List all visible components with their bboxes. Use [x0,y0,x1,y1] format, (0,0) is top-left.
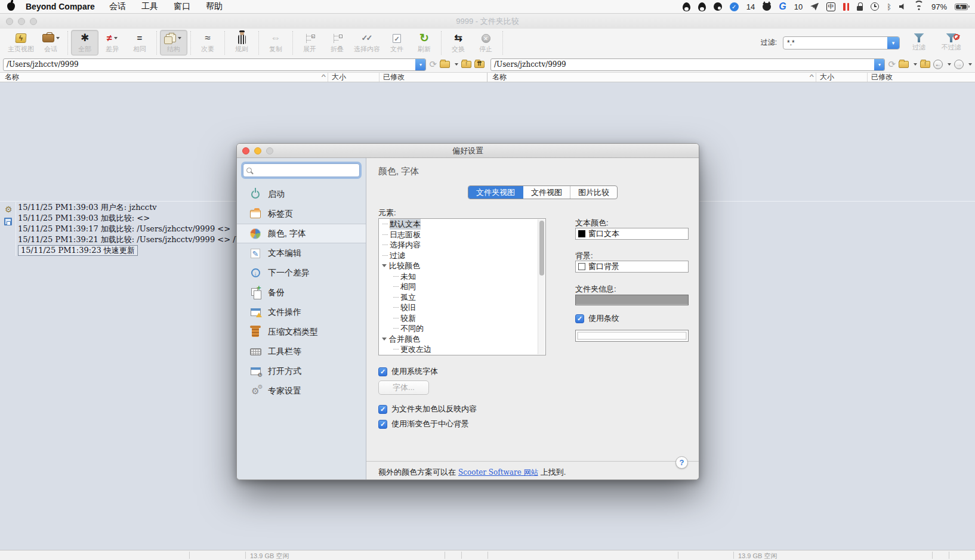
select-content-button[interactable]: ✓✓ 选择内容 [351,30,383,55]
tree-scrollbar[interactable] [538,219,545,354]
sidebar-item-next-difference[interactable]: ↓ 下一个差异 [237,263,366,283]
log-line-selected[interactable]: 15/11/25 PM1:39:23 快速更新 [18,245,138,256]
help-button[interactable]: ? [675,456,688,469]
left-name-column-header[interactable]: 名称 ^ [0,73,328,82]
dropdown-caret-icon[interactable] [914,63,917,66]
refresh-button[interactable]: ↻ 刷新 [411,30,438,55]
tree-item: 孤立 [379,292,545,303]
pause-icon[interactable] [843,3,849,11]
right-name-column-header[interactable]: 名称 ^ [488,73,816,82]
collapse-button[interactable]: - 折叠 [323,30,351,55]
text-color-field[interactable]: 窗口文本 [575,228,689,240]
menu-session[interactable]: 会话 [109,1,126,12]
elements-tree[interactable]: 默认文本 日志面板 选择内容 过滤 比较颜色 未知 相同 孤立 较旧 较新 不同… [378,218,546,355]
search-input[interactable] [254,165,359,176]
right-size-column-header[interactable]: 大小 [816,73,868,82]
left-size-column-header[interactable]: 大小 [328,73,379,82]
expanded-caret-icon [382,338,387,341]
sidebar-item-text-edit[interactable]: ✎ 文本编辑 [237,243,366,263]
clear-filter-button[interactable]: 不过滤 [938,33,964,52]
recompare-icon[interactable]: ⟳ [429,59,437,70]
swap-button[interactable]: ⇆ 交换 [445,30,472,55]
stop-button[interactable]: ✕ 停止 [472,30,499,55]
menu-tools[interactable]: 工具 [141,1,158,12]
sidebar-item-expert[interactable]: ⚙ 专家设置 [237,381,366,401]
update-check-icon[interactable]: ✓ [730,2,739,11]
qq-icon[interactable] [698,2,706,11]
rules-button[interactable]: 规则 [228,30,255,55]
apple-menu-icon[interactable] [7,2,15,11]
show-all-button[interactable]: ✱ 全部 [71,30,98,55]
scooter-software-link[interactable]: Scooter Software 网站 [458,468,538,477]
filter-combobox[interactable]: *.* ▾ [783,36,900,49]
folder-info-label: 文件夹信息: [575,284,616,295]
home-view-button[interactable]: ϟ 主页视图 [5,30,37,55]
left-path-input[interactable]: /Users/jzhcctv/9999 ▾ [3,58,426,71]
use-system-font-checkbox[interactable] [378,367,387,376]
sidebar-item-tabs[interactable]: 标签页 [237,204,366,224]
right-path-input[interactable]: /Users/jzhcctv/9999 ▾ [490,58,885,71]
apply-filter-button[interactable]: 过滤 [906,33,932,52]
back-icon[interactable]: ← [933,60,943,69]
tab-picture-compare[interactable]: 图片比较 [570,186,617,199]
telegram-icon[interactable] [810,3,819,11]
sidebar-item-startup[interactable]: 启动 [237,184,366,204]
menu-window[interactable]: 窗口 [174,1,190,12]
copy-button[interactable]: ⇔ 复制 [262,30,289,55]
recompare-icon[interactable]: ⟳ [888,59,896,70]
toolbar-separator [292,31,293,55]
left-modified-column-header[interactable]: 已修改 [379,73,487,82]
right-modified-column-header[interactable]: 已修改 [868,73,975,82]
volume-icon[interactable] [899,4,906,10]
sidebar-item-colors-fonts[interactable]: 颜色, 字体 [237,224,366,243]
bluetooth-icon[interactable]: ᛒ [887,2,891,11]
preferences-search[interactable] [243,163,360,177]
lock-icon[interactable] [857,6,863,11]
structure-button[interactable]: 结构 [160,30,187,55]
colorize-folders-checkbox[interactable] [378,405,387,414]
forward-icon[interactable]: → [954,60,964,69]
gradient-background-checkbox[interactable] [378,420,387,429]
sidebar-item-archive-types[interactable]: 压缩文档类型 [237,322,366,342]
parent-folder-icon[interactable]: ↑ [920,61,930,68]
expand-button[interactable]: + 展开 [296,30,323,55]
background-field[interactable]: 窗口背景 [575,261,689,273]
right-path-dropdown-button[interactable]: ▾ [874,59,884,70]
menu-help[interactable]: 帮助 [206,1,223,12]
folder-info-color-field[interactable] [575,295,689,305]
font-button[interactable]: 字体... [378,380,429,395]
g-app-icon[interactable]: G [779,2,786,11]
dropdown-caret-icon[interactable] [948,63,951,66]
dropdown-caret-icon [178,37,181,39]
dropdown-caret-icon[interactable] [455,63,458,66]
files-button[interactable]: ✓ 文件 [383,30,411,55]
use-stripes-checkbox[interactable] [575,314,584,323]
filter-dropdown-button[interactable]: ▾ [887,37,899,49]
time-machine-icon[interactable] [871,2,879,11]
sidebar-item-file-operations[interactable]: 文件操作 [237,302,366,322]
sidebar-item-toolbars[interactable]: 工具栏等 [237,342,366,361]
minor-button[interactable]: ≈ 次要 [194,30,221,55]
stripes-color-field[interactable] [575,330,689,342]
approx-icon: ≈ [205,32,210,44]
sidebar-item-backups[interactable]: 备份 [237,283,366,302]
app-status-icon[interactable] [714,2,722,11]
qq-icon[interactable] [683,2,690,11]
browse-folder-icon[interactable] [899,61,909,68]
tab-folder-views[interactable]: 文件夹视图 [468,186,523,199]
sessions-button[interactable]: 会话 [37,30,64,55]
dropdown-caret-icon[interactable] [968,63,972,66]
all-parent-folders-icon[interactable]: ⇈ [474,61,485,68]
tab-file-views[interactable]: 文件视图 [523,186,570,199]
sidebar-item-open-with[interactable]: 打开方式 [237,361,366,381]
parent-folder-icon[interactable]: ↑ [461,61,471,68]
cat-app-icon[interactable] [763,3,771,11]
show-differences-button[interactable]: ≠ 差异 [98,30,126,55]
app-menu-title[interactable]: Beyond Compare [26,2,95,11]
browse-folder-icon[interactable] [440,61,450,68]
left-path-dropdown-button[interactable]: ▾ [415,59,425,70]
show-same-button[interactable]: = 相同 [126,30,153,55]
input-method-icon[interactable]: 中 [826,2,835,11]
wifi-icon[interactable] [914,3,924,10]
tree-item-parent: 比较颜色 [379,261,545,271]
